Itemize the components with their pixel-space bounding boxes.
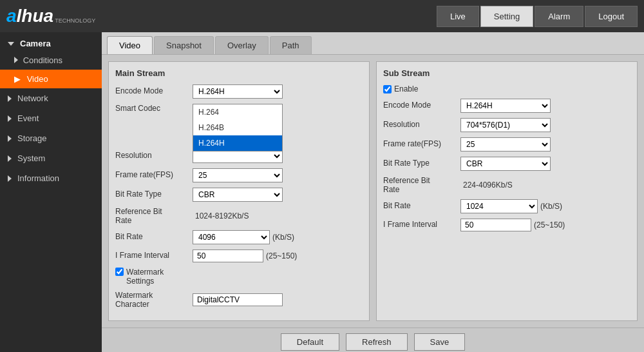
logo-sub: TECHNOLOGY <box>55 17 95 24</box>
main-framerate-row: Frame rate(FPS) 25 <box>115 168 363 182</box>
main-stream-title: Main Stream <box>115 68 363 78</box>
nav-tabs: Live Setting Alarm Logout <box>437 6 638 27</box>
main-watermark-char-label: Watermark Character <box>115 291 193 309</box>
nav-tab-alarm[interactable]: Alarm <box>535 6 583 27</box>
sub-encode-mode-label: Encode Mode <box>383 101 460 111</box>
sub-resolution-row: Resolution 704*576(D1) <box>383 118 630 132</box>
arrow-icon: ▶ <box>14 74 21 84</box>
arrow-right-icon-6 <box>8 175 12 182</box>
watermark-char-input[interactable]: DigitalCCTV <box>193 293 283 306</box>
sub-enable-checkbox[interactable] <box>383 85 392 93</box>
sub-refbitrate-value: 224-4096Kb/S <box>463 181 513 190</box>
sub-resolution-select[interactable]: 704*576(D1) <box>460 118 551 132</box>
sidebar-item-network[interactable]: Network <box>0 88 102 108</box>
sub-bitrate-row: Bit Rate 1024 (Kb/S) <box>383 199 630 213</box>
content-area: Video Snapshot Overlay Path Main Stream … <box>102 32 644 352</box>
nav-tab-live[interactable]: Live <box>437 6 479 27</box>
arrow-right-icon-4 <box>8 135 12 142</box>
main-iframe-label: I Frame Interval <box>115 251 193 261</box>
tab-overlay[interactable]: Overlay <box>215 36 269 54</box>
sub-refbitrate-label: Reference Bit Rate <box>383 176 460 194</box>
tab-video[interactable]: Video <box>107 36 153 54</box>
sub-iframe-row: I Frame Interval 50 (25~150) <box>383 219 630 231</box>
watermark-checkbox[interactable] <box>115 268 124 276</box>
sub-enable-row: Enable <box>383 84 630 93</box>
sub-refbitrate-row: Reference Bit Rate 224-4096Kb/S <box>383 176 630 194</box>
logo-text: alhua <box>6 6 53 26</box>
sidebar: Camera Conditions ▶ Video Network Event … <box>0 32 102 352</box>
encode-dropdown-container: H.264 H.264B H.264H <box>115 104 296 152</box>
sub-framerate-label: Frame rate(FPS) <box>383 139 460 150</box>
sub-framerate-select[interactable]: 25 <box>460 137 551 152</box>
main-resolution-label: Resolution <box>115 151 193 161</box>
sub-bitratetype-label: Bit Rate Type <box>383 159 460 169</box>
sidebar-item-storage[interactable]: Storage <box>0 128 102 148</box>
main-bitrate-unit: (Kb/S) <box>272 233 294 242</box>
footer: Default Refresh Save <box>102 328 644 352</box>
dropdown-item-h264[interactable]: H.264 <box>193 104 282 120</box>
main-layout: Camera Conditions ▶ Video Network Event … <box>0 32 644 352</box>
nav-tab-setting[interactable]: Setting <box>480 6 533 27</box>
sub-stream-title: Sub Stream <box>383 68 630 78</box>
sidebar-item-video[interactable]: ▶ Video <box>0 70 102 88</box>
sidebar-item-camera[interactable]: Camera <box>0 32 102 51</box>
sub-enable-label: Enable <box>394 84 418 93</box>
arrow-right-icon-2 <box>8 95 12 102</box>
main-watermark-row: Watermark Settings <box>115 268 363 286</box>
panel-body: Main Stream Encode Mode H.264H Smart Cod… <box>102 55 644 328</box>
main-iframe-range: (25~150) <box>266 251 297 260</box>
main-bitrate-label: Bit Rate <box>115 232 193 242</box>
main-refbitrate-value: 1024-8192Kb/S <box>195 211 249 220</box>
sub-resolution-label: Resolution <box>383 120 460 130</box>
tab-snapshot[interactable]: Snapshot <box>154 36 214 54</box>
default-button[interactable]: Default <box>281 333 339 351</box>
main-bitrate-select[interactable]: 4096 <box>193 230 270 244</box>
dropdown-item-h264h[interactable]: H.264H <box>193 135 282 151</box>
sub-bitratetype-select[interactable]: CBR <box>460 157 551 171</box>
sidebar-item-system[interactable]: System <box>0 148 102 168</box>
main-iframe-input[interactable]: 50 <box>193 249 263 262</box>
sub-bitrate-select[interactable]: 1024 <box>460 199 538 213</box>
sub-iframe-range: (25~150) <box>534 220 565 230</box>
main-stream-panel: Main Stream Encode Mode H.264H Smart Cod… <box>108 61 370 321</box>
sidebar-item-event[interactable]: Event <box>0 108 102 128</box>
logo: alhua TECHNOLOGY <box>6 6 95 26</box>
main-smart-codec-row: Smart Codec H.264 H.264B H.264H <box>115 104 363 114</box>
encode-dropdown-list: H.264 H.264B H.264H <box>193 104 283 152</box>
refresh-button[interactable]: Refresh <box>346 333 408 351</box>
main-bitratetype-row: Bit Rate Type CBR <box>115 188 363 202</box>
arrow-right-icon-3 <box>8 115 12 122</box>
header: alhua TECHNOLOGY Live Setting Alarm Logo… <box>0 0 644 32</box>
sidebar-item-conditions[interactable]: Conditions <box>0 51 102 70</box>
main-bitratetype-select[interactable]: CBR <box>193 188 283 202</box>
main-encode-mode-select[interactable]: H.264H <box>193 84 283 99</box>
main-iframe-row: I Frame Interval 50 (25~150) <box>115 249 363 262</box>
arrow-down-icon <box>8 42 14 46</box>
content-tabs: Video Snapshot Overlay Path <box>102 32 644 55</box>
sub-bitratetype-row: Bit Rate Type CBR <box>383 157 630 171</box>
main-watermark-char-row: Watermark Character DigitalCCTV <box>115 291 363 309</box>
main-refbitrate-row: Reference Bit Rate 1024-8192Kb/S <box>115 207 363 225</box>
nav-tab-logout[interactable]: Logout <box>585 6 638 27</box>
main-refbitrate-label: Reference Bit Rate <box>115 207 193 225</box>
arrow-right-icon-5 <box>8 155 12 162</box>
main-bitrate-row: Bit Rate 4096 (Kb/S) <box>115 230 363 244</box>
main-bitratetype-label: Bit Rate Type <box>115 190 193 200</box>
sidebar-item-information[interactable]: Information <box>0 168 102 188</box>
tab-path[interactable]: Path <box>270 36 312 54</box>
sub-framerate-row: Frame rate(FPS) 25 <box>383 137 630 152</box>
sub-iframe-label: I Frame Interval <box>383 220 460 230</box>
sub-bitrate-label: Bit Rate <box>383 201 460 211</box>
sub-stream-panel: Sub Stream Enable Encode Mode H.264H Res… <box>376 61 638 321</box>
sub-bitrate-unit: (Kb/S) <box>540 202 562 211</box>
main-framerate-select[interactable]: 25 <box>193 168 283 182</box>
arrow-right-icon <box>14 57 18 63</box>
save-button[interactable]: Save <box>414 333 466 351</box>
main-framerate-label: Frame rate(FPS) <box>115 170 193 181</box>
sub-encode-mode-select[interactable]: H.264H <box>460 99 551 113</box>
sub-iframe-input[interactable]: 50 <box>460 219 531 231</box>
main-encode-mode-row: Encode Mode H.264H <box>115 84 363 99</box>
main-encode-mode-label: Encode Mode <box>115 86 193 97</box>
sub-encode-mode-row: Encode Mode H.264H <box>383 99 630 113</box>
dropdown-item-h264b[interactable]: H.264B <box>193 120 282 135</box>
